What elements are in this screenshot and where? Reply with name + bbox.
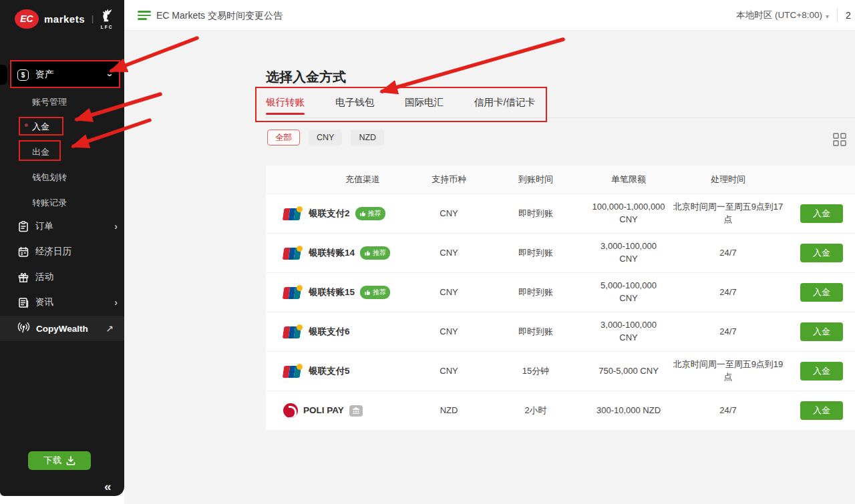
deposit-button[interactable]: 入金	[800, 204, 843, 223]
filter-cny[interactable]: CNY	[309, 130, 342, 146]
processing-cell: 北京时间周一至周五9点到17点	[668, 197, 788, 230]
lfc-text: LFC	[101, 25, 114, 29]
channel-name: 银联转账15	[309, 286, 355, 299]
tab-international-wire[interactable]: 国际电汇	[405, 88, 444, 118]
chevron-right-icon: ›	[114, 298, 118, 307]
recommend-badge: 推荐	[360, 286, 390, 299]
tab-credit-debit-card[interactable]: 信用卡/借记卡	[474, 88, 535, 118]
col-header: 支持币种	[415, 170, 482, 190]
limit-cell: 300-10,000 NZD	[589, 401, 668, 421]
sidebar-item-transfer-records[interactable]: 转账记录	[32, 197, 67, 209]
grid-view-icon[interactable]	[832, 132, 847, 147]
table-row: POLI PAY NZD 2小时 300-10,000 NZD 24/7 入金	[266, 391, 855, 430]
unionpay-icon	[283, 206, 303, 221]
chevron-down-icon[interactable]: ▾	[826, 13, 829, 20]
active-dot	[25, 123, 28, 127]
col-header: 到账时间	[482, 170, 589, 190]
menu-icon[interactable]	[138, 11, 151, 20]
sidebar-item-label: 资产	[35, 69, 109, 81]
ec-logo-icon: EC	[15, 9, 39, 29]
thumbs-up-icon	[359, 210, 366, 217]
table-row: 银联支付5 CNY 15分钟 750-5,000 CNY 北京时间周一至周五9点…	[266, 351, 855, 391]
download-icon	[66, 456, 75, 465]
tab-e-wallet[interactable]: 电子钱包	[335, 88, 374, 118]
arrival-cell: 15分钟	[482, 361, 589, 382]
calendar-icon	[17, 246, 29, 258]
thumbs-up-icon	[364, 289, 371, 296]
bank-badge-icon	[349, 405, 363, 417]
sidebar-item-label: 订单	[35, 220, 114, 232]
timezone-selector[interactable]: 本地时区 (UTC+8:00)	[736, 9, 822, 21]
notification-count[interactable]: 2	[846, 10, 855, 21]
processing-cell: 24/7	[668, 243, 788, 264]
col-header: 处理时间	[668, 170, 788, 190]
topbar: EC Markets 交易时间变更公告 本地时区 (UTC+8:00) ▾ 2	[124, 0, 855, 31]
timezone-area: 本地时区 (UTC+8:00) ▾ 2	[736, 0, 855, 31]
arrival-cell: 即时到账	[482, 204, 589, 224]
unionpay-icon	[283, 364, 303, 379]
sidebar-item-news[interactable]: 资讯 ›	[17, 296, 118, 308]
deposit-page: EC markets | LFC $ 资产 › 账号管理 入金 出金 钱包划转 …	[0, 0, 855, 504]
brand-divider: |	[92, 14, 94, 23]
processing-cell: 24/7	[668, 401, 788, 421]
limit-cell: 750-5,000 CNY	[589, 361, 668, 382]
gift-icon	[17, 271, 29, 283]
arrival-cell: 即时到账	[482, 243, 589, 264]
download-label: 下载	[43, 455, 61, 467]
filter-all[interactable]: 全部	[267, 130, 300, 146]
currency-cell: CNY	[415, 243, 482, 264]
currency-filters: 全部 CNY NZD	[267, 130, 384, 146]
table-row: 银联转账14 推荐 CNY 即时到账 3,000-100,000 CNY 24/…	[266, 233, 855, 272]
sidebar-item-copywealth[interactable]: CopyWealth ↗	[0, 316, 124, 341]
sidebar-item-label: CopyWealth	[36, 324, 106, 334]
sidebar-item-withdraw[interactable]: 出金	[32, 146, 49, 158]
collapse-sidebar-button[interactable]: «	[104, 479, 112, 494]
col-header: 单笔限额	[589, 170, 668, 190]
arrival-cell: 即时到账	[482, 322, 589, 342]
sidebar-item-calendar[interactable]: 经济日历	[17, 246, 118, 258]
arrival-cell: 即时到账	[482, 282, 589, 303]
sidebar-item-assets[interactable]: $ 资产 ›	[9, 61, 120, 88]
sidebar-item-account[interactable]: 账号管理	[32, 96, 67, 108]
sidebar-item-activities[interactable]: 活动	[17, 271, 118, 283]
recommend-badge: 推荐	[360, 246, 390, 260]
channel-name: 银联支付2	[309, 207, 350, 220]
brand-logo: EC markets | LFC	[15, 8, 114, 29]
table-row: 银联转账15 推荐 CNY 即时到账 5,000-100,000 CNY 24/…	[266, 272, 855, 312]
deposit-button[interactable]: 入金	[800, 362, 843, 381]
deposit-button[interactable]: 入金	[800, 283, 843, 302]
recommend-badge: 推荐	[355, 207, 385, 220]
active-indicator	[0, 65, 7, 85]
processing-cell: 北京时间周一至周五9点到19点	[668, 354, 788, 388]
unionpay-icon	[283, 246, 303, 260]
channel-name: 银联支付5	[309, 364, 350, 378]
sidebar-item-deposit[interactable]: 入金	[32, 121, 49, 133]
limit-cell: 5,000-100,000 CNY	[589, 276, 668, 309]
deposit-button[interactable]: 入金	[800, 322, 843, 341]
tab-bank-transfer[interactable]: 银行转账	[266, 88, 305, 118]
divider	[837, 9, 838, 22]
sidebar-item-wallet-transfer[interactable]: 钱包划转	[32, 172, 67, 184]
currency-cell: CNY	[415, 282, 482, 303]
arrival-cell: 2小时	[482, 401, 589, 421]
sidebar-item-orders[interactable]: 订单 ›	[17, 220, 118, 232]
assets-dollar-icon: $	[17, 69, 29, 81]
markets-logo-text: markets	[44, 13, 85, 25]
deposit-button[interactable]: 入金	[800, 401, 843, 420]
channel-name: POLI PAY	[303, 404, 344, 417]
processing-cell: 24/7	[668, 282, 788, 303]
sidebar-item-label: 入金	[32, 121, 49, 132]
table-header-row: 充值渠道 支持币种 到账时间 单笔限额 处理时间	[266, 166, 855, 194]
limit-cell: 100,000-1,000,000 CNY	[589, 197, 668, 230]
currency-cell: CNY	[415, 361, 482, 382]
download-button[interactable]: 下载	[28, 451, 91, 470]
liverbird-icon	[100, 8, 114, 24]
sidebar-item-label: 资讯	[35, 296, 114, 308]
filter-nzd[interactable]: NZD	[351, 130, 384, 146]
processing-cell: 24/7	[668, 322, 788, 342]
sidebar-item-label: 活动	[35, 271, 118, 283]
announcement-link[interactable]: EC Markets 交易时间变更公告	[156, 10, 283, 22]
limit-cell: 3,000-100,000 CNY	[589, 236, 668, 270]
deposit-button[interactable]: 入金	[800, 244, 843, 262]
table-row: 银联支付6 CNY 即时到账 3,000-100,000 CNY 24/7 入金	[266, 312, 855, 351]
